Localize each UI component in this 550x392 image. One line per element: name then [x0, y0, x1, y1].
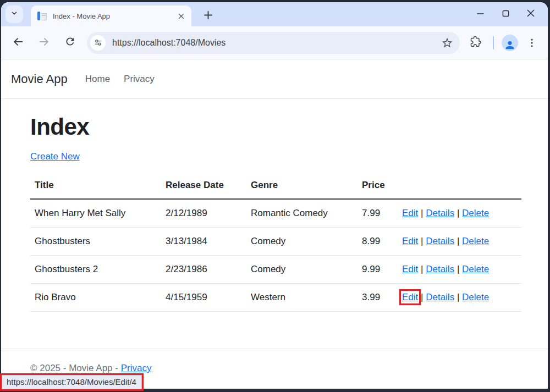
edit-link[interactable]: Edit — [402, 208, 418, 218]
action-separator: | — [421, 292, 423, 302]
edit-link[interactable]: Edit — [402, 236, 418, 246]
new-tab-button[interactable] — [200, 8, 216, 24]
action-separator: | — [457, 292, 459, 302]
delete-link[interactable]: Delete — [462, 208, 489, 218]
tune-icon — [94, 38, 102, 47]
cell-release-date: 2/23/1986 — [161, 256, 246, 284]
details-link[interactable]: Details — [426, 236, 454, 246]
details-link[interactable]: Details — [426, 208, 454, 218]
tab-strip: Index - Movie App — [1, 2, 548, 26]
header-release-date: Release Date — [161, 175, 246, 199]
cell-price: 8.99 — [358, 228, 398, 256]
create-new-link[interactable]: Create New — [30, 151, 80, 162]
chevron-down-icon — [10, 9, 18, 19]
tab-close-icon[interactable] — [176, 11, 186, 21]
three-dots-icon — [526, 37, 537, 48]
url-text[interactable]: https://localhost:7048/Movies — [112, 38, 439, 48]
page-title: Index — [30, 114, 521, 140]
cell-title: Rio Bravo — [30, 284, 161, 312]
tab-title: Index - Movie App — [53, 12, 176, 20]
cell-price: 7.99 — [358, 199, 398, 228]
tab-search-button[interactable] — [6, 5, 23, 23]
action-separator: | — [457, 208, 459, 218]
movies-table: Title Release Date Genre Price When Harr… — [30, 175, 521, 312]
cell-genre: Romantic Comedy — [246, 199, 358, 228]
cell-actions: Edit | Details | Delete — [398, 256, 521, 284]
nav-link-privacy[interactable]: Privacy — [124, 74, 155, 85]
cell-genre: Western — [246, 284, 358, 312]
cell-actions: Edit | Details | Delete — [398, 199, 521, 228]
minimize-icon — [477, 9, 484, 19]
back-arrow-icon — [12, 36, 24, 50]
cell-release-date: 3/13/1984 — [161, 228, 246, 256]
status-url-text: https://localhost:7048/Movies/Edit/4 — [7, 377, 136, 387]
plus-icon — [204, 11, 212, 21]
maximize-button[interactable] — [493, 5, 518, 23]
minimize-button[interactable] — [468, 5, 493, 23]
cell-genre: Comedy — [246, 228, 358, 256]
profile-avatar[interactable] — [502, 35, 518, 51]
table-header-row: Title Release Date Genre Price — [30, 175, 521, 199]
delete-link[interactable]: Delete — [462, 236, 489, 246]
browser-menu-button[interactable] — [524, 35, 540, 51]
bookmark-button[interactable] — [439, 35, 455, 51]
header-genre: Genre — [246, 175, 358, 199]
cell-price: 3.99 — [358, 284, 398, 312]
table-row: Ghostbusters 3/13/1984 Comedy 8.99 Edit … — [30, 228, 521, 256]
maximize-icon — [502, 9, 509, 19]
person-icon — [504, 39, 516, 51]
copyright-text: © 2025 - Movie App - — [30, 363, 118, 373]
close-icon — [527, 9, 535, 19]
header-price: Price — [358, 175, 398, 199]
action-separator: | — [421, 264, 423, 274]
cell-genre: Comedy — [246, 256, 358, 284]
cell-title: Ghostbusters 2 — [30, 256, 161, 284]
browser-toolbar: https://localhost:7048/Movies — [1, 26, 548, 59]
table-row: When Harry Met Sally 2/12/1989 Romantic … — [30, 199, 521, 228]
address-bar[interactable]: https://localhost:7048/Movies — [87, 32, 460, 54]
cell-price: 9.99 — [358, 256, 398, 284]
footer-privacy-link[interactable]: Privacy — [121, 363, 152, 373]
cell-actions: Edit | Details | Delete — [398, 284, 521, 312]
extensions-button[interactable] — [466, 34, 485, 52]
browser-window: Index - Movie App — [1, 2, 548, 389]
header-actions — [398, 175, 521, 199]
window-controls — [468, 5, 543, 23]
web-page: Movie App Home Privacy Index Create New … — [1, 59, 548, 389]
toolbar-separator — [493, 36, 494, 49]
star-icon — [441, 37, 453, 49]
status-bar: https://localhost:7048/Movies/Edit/4 — [2, 375, 142, 389]
action-separator: | — [457, 264, 459, 274]
edit-link[interactable]: Edit — [402, 264, 418, 274]
main-content: Index Create New Title Release Date Genr… — [1, 99, 548, 349]
cell-actions: Edit | Details | Delete — [398, 228, 521, 256]
cell-title: Ghostbusters — [30, 228, 161, 256]
annotation-box-status-url: https://localhost:7048/Movies/Edit/4 — [0, 373, 144, 391]
action-separator: | — [421, 236, 423, 246]
site-settings-button[interactable] — [90, 35, 106, 51]
action-separator: | — [457, 236, 459, 246]
details-link[interactable]: Details — [426, 292, 454, 302]
cell-release-date: 4/15/1959 — [161, 284, 246, 312]
details-link[interactable]: Details — [426, 264, 454, 274]
edit-link-highlighted[interactable]: Edit — [402, 292, 418, 302]
delete-link[interactable]: Delete — [462, 264, 489, 274]
header-title: Title — [30, 175, 161, 199]
browser-tab[interactable]: Index - Movie App — [31, 5, 191, 26]
table-row: Ghostbusters 2 2/23/1986 Comedy 9.99 Edi… — [30, 256, 521, 284]
reload-icon — [64, 36, 76, 49]
site-navbar: Movie App Home Privacy — [1, 59, 548, 99]
forward-button[interactable] — [35, 34, 53, 52]
back-button[interactable] — [9, 34, 28, 52]
brand-link[interactable]: Movie App — [11, 72, 68, 86]
delete-link[interactable]: Delete — [462, 292, 489, 302]
action-separator: | — [421, 208, 423, 218]
cell-release-date: 2/12/1989 — [161, 199, 246, 228]
page-favicon-icon — [37, 11, 47, 21]
reload-button[interactable] — [61, 34, 79, 52]
forward-arrow-icon — [38, 36, 50, 50]
puzzle-icon — [470, 36, 482, 50]
nav-link-home[interactable]: Home — [85, 74, 110, 85]
table-row: Rio Bravo 4/15/1959 Western 3.99 Edit | … — [30, 284, 521, 312]
close-window-button[interactable] — [518, 5, 543, 23]
